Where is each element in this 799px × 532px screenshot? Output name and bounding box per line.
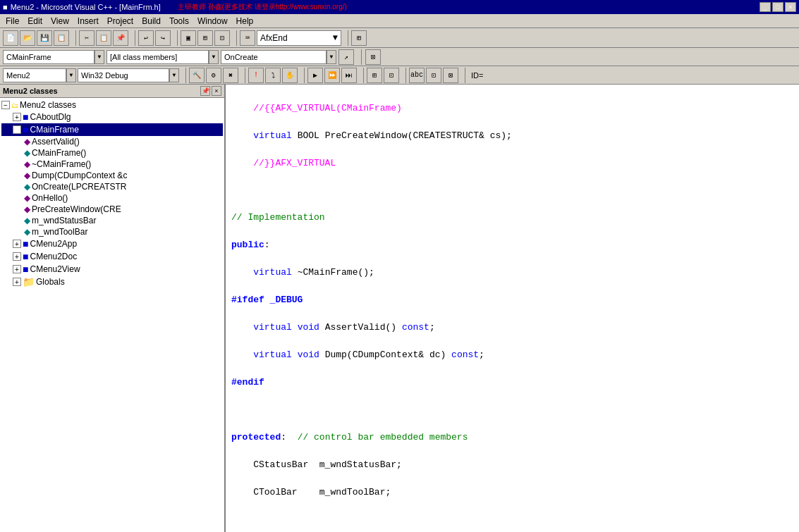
- step-button[interactable]: ⤵: [265, 68, 281, 83]
- expand-cmenu2app[interactable]: +: [13, 240, 21, 248]
- toolbar3-sep3: [300, 68, 305, 83]
- expand-caboutdlg[interactable]: +: [13, 113, 21, 121]
- paste-button[interactable]: 📌: [113, 30, 128, 46]
- code-line-11: #endif: [231, 376, 793, 390]
- afxend-dropdown-arrow[interactable]: ▼: [333, 33, 338, 43]
- copy-button[interactable]: 📋: [96, 30, 111, 46]
- tree-item-cmenu2app[interactable]: + ■ CMenu2App: [1, 237, 223, 250]
- save-button[interactable]: 💾: [37, 30, 52, 46]
- tree-item-m-wndtoolbar[interactable]: ◆ m_wndToolBar: [1, 226, 223, 237]
- debug5-button[interactable]: ⊡: [384, 68, 399, 83]
- tree-item-cmainframe-ctor[interactable]: ◆ CMainFrame(): [1, 147, 223, 159]
- code-line-12: [231, 403, 793, 416]
- menu-view[interactable]: View: [47, 15, 73, 27]
- function-combo[interactable]: OnCreate: [221, 50, 327, 64]
- member-icon-statusbar: ◆: [24, 216, 30, 225]
- step2-button[interactable]: ✋: [282, 68, 298, 83]
- class-combo-arrow[interactable]: ▼: [94, 50, 104, 64]
- expand-root[interactable]: −: [1, 101, 10, 109]
- tree-label-cmenu2view: CMenu2View: [30, 264, 80, 274]
- toolbar-icon4[interactable]: ⌨: [240, 30, 255, 46]
- config-combo[interactable]: Win32 Debug: [78, 68, 169, 82]
- goto-button[interactable]: ↗: [338, 49, 354, 65]
- class-combo[interactable]: CMainFrame: [3, 50, 94, 64]
- toolbar-icon5[interactable]: ⊞: [351, 30, 367, 46]
- run-button[interactable]: !: [248, 68, 264, 83]
- code-line-3: //}}AFX_VIRTUAL: [231, 156, 793, 171]
- toolbar3-sep1: [182, 68, 186, 83]
- debug2-button[interactable]: ⏩: [324, 68, 340, 83]
- cut-button[interactable]: ✂: [79, 30, 94, 46]
- window-controls[interactable]: _ □ ×: [760, 2, 796, 12]
- maximize-button[interactable]: □: [772, 2, 783, 12]
- tree-item-m-wndstatusbar[interactable]: ◆ m_wndStatusBar: [1, 215, 223, 226]
- toolbar-icon1[interactable]: ▣: [181, 30, 196, 46]
- spell-button[interactable]: abc: [409, 68, 425, 83]
- tree-item-oncreate[interactable]: ◆ OnCreate(LPCREATSTR: [1, 181, 223, 192]
- debug3-button[interactable]: ⏭: [341, 68, 357, 83]
- menu-tools[interactable]: Tools: [165, 15, 193, 27]
- menu-window[interactable]: Window: [193, 15, 232, 27]
- tree-label-cmainframe: CMainFrame: [30, 125, 78, 135]
- tree-item-root[interactable]: − 🗂 Menu2 classes: [1, 99, 223, 111]
- redo-button[interactable]: ↪: [155, 30, 171, 46]
- menu-insert[interactable]: Insert: [73, 15, 103, 27]
- debug4-button[interactable]: ⊞: [367, 68, 382, 83]
- method-icon-onhello: ◆: [24, 193, 30, 203]
- tree-item-cmenu2doc[interactable]: + ■ CMenu2Doc: [1, 250, 223, 263]
- folder-icon-root: 🗂: [11, 101, 18, 109]
- toolbar-icon2[interactable]: ⊞: [197, 30, 213, 46]
- code-editor[interactable]: //{{AFX_VIRTUAL(CMainFrame) virtual BOOL…: [226, 85, 799, 532]
- menu-build[interactable]: Build: [138, 15, 165, 27]
- tree-label-root: Menu2 classes: [20, 100, 76, 110]
- id-label: ID=: [471, 71, 483, 80]
- project-combo-arrow[interactable]: ▼: [66, 68, 76, 82]
- members-combo[interactable]: [All class members]: [106, 50, 209, 64]
- afxend-dropdown-value: AfxEnd: [260, 33, 288, 43]
- code-line-16: [231, 513, 793, 526]
- expand-globals[interactable]: +: [13, 278, 21, 286]
- save2-button[interactable]: 📋: [54, 30, 69, 46]
- tree-item-cmainframe-dtor[interactable]: ◆ ~CMainFrame(): [1, 159, 223, 170]
- debug-button[interactable]: ▶: [307, 68, 323, 83]
- tree-item-caboutdlg[interactable]: + ■ CAboutDlg: [1, 111, 223, 123]
- toolbar-icon3[interactable]: ⊡: [214, 30, 230, 46]
- expand-cmenu2view[interactable]: +: [13, 265, 21, 273]
- build4-button[interactable]: ⊡: [426, 68, 441, 83]
- open-button[interactable]: 📂: [20, 30, 35, 46]
- function-combo-arrow[interactable]: ▼: [327, 50, 336, 64]
- tree-item-onhello[interactable]: ◆ OnHello(): [1, 192, 223, 204]
- compile-button[interactable]: 🔨: [189, 68, 205, 83]
- panel-header: Menu2 classes 📌 ×: [0, 85, 224, 98]
- menu-edit[interactable]: Edit: [23, 15, 47, 27]
- toolbar2-icon1[interactable]: ⊠: [365, 49, 381, 65]
- panel-close-button[interactable]: ×: [212, 86, 221, 96]
- menu-help[interactable]: Help: [232, 15, 258, 27]
- menu-file[interactable]: File: [1, 15, 23, 27]
- tree-item-precreatewindow[interactable]: ◆ PreCreateWindow(CRE: [1, 204, 223, 215]
- tree-item-cmenu2view[interactable]: + ■ CMenu2View: [1, 263, 223, 276]
- compile2-button[interactable]: ⚙: [206, 68, 221, 83]
- undo-button[interactable]: ↩: [138, 30, 154, 46]
- tree-label-ctor: CMainFrame(): [32, 148, 86, 158]
- panel-pin-button[interactable]: 📌: [200, 86, 210, 96]
- code-line-6: public:: [231, 238, 793, 252]
- expand-cmainframe[interactable]: −: [13, 125, 21, 134]
- tree-item-dump[interactable]: ◆ Dump(CDumpContext &c: [1, 170, 223, 181]
- menu-project[interactable]: Project: [103, 15, 138, 27]
- tree-item-globals[interactable]: + 📁 Globals: [1, 276, 223, 288]
- config-combo-arrow[interactable]: ▼: [169, 68, 179, 82]
- class-tree[interactable]: − 🗂 Menu2 classes + ■ CAboutDlg − ■ CMai…: [0, 98, 224, 532]
- tree-item-cmainframe[interactable]: − ■ CMainFrame: [1, 123, 223, 136]
- close-button[interactable]: ×: [785, 2, 796, 12]
- minimize-button[interactable]: _: [760, 2, 771, 12]
- project-combo[interactable]: Menu2: [3, 68, 66, 82]
- toolbar-class: CMainFrame ▼ [All class members] ▼ OnCre…: [0, 48, 799, 66]
- members-combo-arrow[interactable]: ▼: [209, 50, 219, 64]
- expand-cmenu2doc[interactable]: +: [13, 252, 21, 261]
- tree-label-dump: Dump(CDumpContext &c: [32, 171, 127, 180]
- stop-button[interactable]: ✖: [223, 68, 238, 83]
- new-button[interactable]: 📄: [3, 30, 18, 46]
- build5-button[interactable]: ⊠: [443, 68, 458, 83]
- tree-item-assertvalid[interactable]: ◆ AssertValid(): [1, 136, 223, 147]
